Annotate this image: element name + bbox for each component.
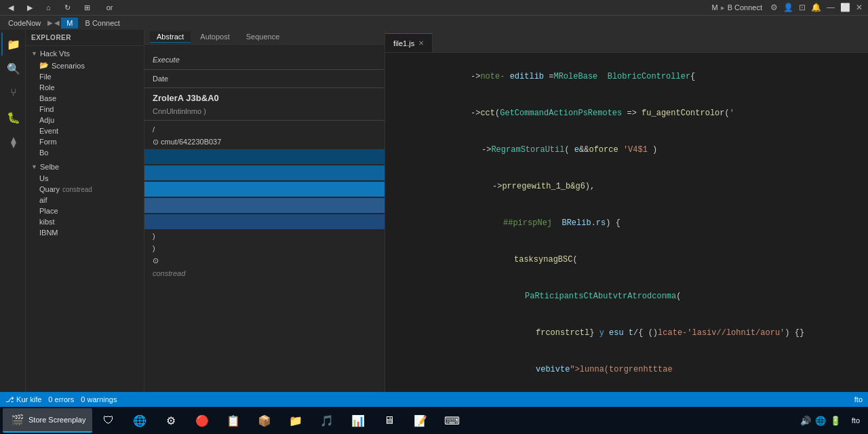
taskbar-btn-store[interactable]: 🎬 Store Screenplay (3, 408, 92, 433)
quary-badge: constread (62, 186, 92, 193)
taskbar-btn-keyboard[interactable]: ⌨ (437, 408, 467, 433)
taskbar-btn-monitor[interactable]: 🖥 (374, 408, 404, 433)
code-line-2: ->cct(GetCommandActionPsRemotes => fu_ag… (385, 95, 868, 132)
popup-footer-icon[interactable]: ⊙ (144, 254, 384, 267)
title-bar-icons: ⚙ 👤 ⊡ 🔔 — ⬜ ✕ (770, 3, 863, 12)
forward-button[interactable]: ▶ (24, 2, 35, 14)
explorer-item-scenarios[interactable]: 📂 Scenarios (26, 60, 144, 71)
blue-bar-4[interactable] (144, 198, 384, 213)
place-label: Place (39, 207, 58, 215)
explorer-item-us[interactable]: Us (26, 173, 144, 184)
breadcrumb-item-2[interactable]: B Connect (728, 3, 762, 12)
explorer-item-adju[interactable]: Adju (26, 115, 144, 125)
hackvts-arrow: ▼ (31, 50, 37, 57)
settings-icon[interactable]: ⚙ (770, 3, 778, 12)
taskbar-btn-folder[interactable]: 📁 (281, 408, 311, 433)
popup-footer-1[interactable]: ) (144, 230, 384, 242)
explorer-item-file[interactable]: File (26, 71, 144, 82)
explorer-item-find[interactable]: Find (26, 104, 144, 115)
popup-footer-2[interactable]: ) (144, 242, 384, 254)
explorer-item-form[interactable]: Form (26, 136, 144, 147)
sidebar-icon-git[interactable]: ⑂ (1, 81, 24, 104)
sidebar-icon-explorer[interactable]: 📁 (1, 33, 24, 56)
notepad-icon: 📝 (412, 412, 429, 429)
explorer-section-selbe-header[interactable]: ▼ Selbe (26, 161, 144, 173)
taskbar-btn-red[interactable]: 🔴 (187, 408, 217, 433)
popup-constread[interactable]: constread (144, 267, 384, 279)
code-text-5: ##pirspNej BRelib.rs) { (422, 205, 620, 241)
find-label: Find (39, 105, 54, 113)
explorer-item-base[interactable]: Base (26, 93, 144, 104)
explorer-item-event[interactable]: Event (26, 125, 144, 136)
menu-bconnect[interactable]: B Connect (79, 18, 125, 28)
popup-constread-label: constread (153, 269, 185, 277)
home-button[interactable]: ⌂ (43, 2, 54, 13)
taskbar-btn-music[interactable]: 🎵 (312, 408, 342, 433)
popup-date[interactable]: Date (144, 73, 384, 85)
sidebar-icon-extensions[interactable]: ⧫ (1, 130, 24, 153)
sidebar-icon-debug[interactable]: 🐛 (1, 106, 24, 129)
popup-item-cnn[interactable]: CnnUlntinlnmo ) (144, 105, 384, 117)
explorer-item-quary[interactable]: Quary constread (26, 184, 144, 195)
blue-bar-5[interactable] (144, 214, 384, 229)
volume-icon[interactable]: 🔊 (800, 416, 811, 426)
shield-icon: 🛡 (100, 412, 117, 429)
maximize-icon[interactable]: ⬜ (840, 3, 850, 12)
tab-sequence[interactable]: Sequence (239, 31, 287, 43)
explorer-item-bo[interactable]: Bo (26, 147, 144, 158)
event-label: Event (39, 127, 58, 135)
role-label: Role (39, 83, 55, 92)
explorer-item-aif[interactable]: aif (26, 195, 144, 205)
editor-tab-file1[interactable]: file1.js ✕ (385, 33, 433, 52)
taskbar-btn-box[interactable]: 📦 (250, 408, 279, 433)
popup-item-slash[interactable]: / (144, 123, 384, 136)
status-warnings: 0 warnings (81, 395, 117, 403)
line-num-8 (391, 315, 411, 351)
popup-item-cmut[interactable]: ⊙ cmut/642230B037 (144, 136, 384, 149)
breadcrumb: M ▸ B Connect (711, 3, 762, 12)
sidebar-icon-search[interactable]: 🔍 (1, 57, 24, 80)
menu-sep-right: ▶ (47, 19, 53, 26)
code-line-6: tasksynagBSC( (385, 241, 868, 278)
editor-tab-close[interactable]: ✕ (418, 39, 424, 47)
explorer-item-kibst[interactable]: kibst (26, 216, 144, 227)
blue-bar-2[interactable] (144, 165, 384, 180)
code-text-9: vebivte">lunna(torgrenhtttae (422, 351, 673, 388)
taskbar-btn-clipboard[interactable]: 📋 (218, 408, 248, 433)
menu-m[interactable]: M (61, 18, 78, 28)
editor-content[interactable]: ->note- editlib =MRoleBase BlobricContro… (385, 53, 868, 392)
taskbar-btn-shield[interactable]: 🛡 (94, 408, 123, 433)
explorer-item-place[interactable]: Place (26, 205, 144, 216)
taskbar-btn-settings[interactable]: ⚙ (156, 408, 186, 433)
battery-icon[interactable]: 🔋 (830, 416, 841, 426)
taskbar-btn-chart[interactable]: 📊 (343, 408, 373, 433)
bell-icon[interactable]: 🔔 (811, 3, 821, 12)
blue-bar-3[interactable] (144, 182, 384, 197)
explorer-section-hackvts-header[interactable]: ▼ Hack Vts (26, 47, 144, 60)
taskbar: 🎬 Store Screenplay 🛡 🌐 ⚙ 🔴 📋 📦 📁 🎵 📊 🖥 📝… (0, 407, 868, 434)
split-button[interactable]: ⊞ (81, 2, 93, 14)
minimize-icon[interactable]: — (827, 3, 835, 12)
refresh-button[interactable]: ↻ (62, 2, 73, 14)
explorer-item-role[interactable]: Role (26, 82, 144, 93)
taskbar-btn-browser[interactable]: 🌐 (125, 408, 155, 433)
layout-icon[interactable]: ⊡ (799, 3, 806, 12)
popup-item-zroler[interactable]: ZrolerA J3b&A0 (144, 91, 384, 105)
close-icon[interactable]: ✕ (856, 3, 863, 12)
back-button[interactable]: ◀ (5, 2, 16, 14)
status-right: fto (854, 395, 863, 403)
status-branch[interactable]: ⎇ Kur kife (5, 395, 41, 404)
menu-codenow[interactable]: CodeNow (3, 18, 46, 28)
status-fto: fto (854, 395, 863, 403)
breadcrumb-item-1[interactable]: M (711, 3, 717, 12)
line-num-1 (391, 58, 411, 95)
account-icon[interactable]: 👤 (783, 3, 793, 12)
tab-autopost[interactable]: Autopost (193, 31, 236, 43)
taskbar-btn-notepad[interactable]: 📝 (406, 408, 435, 433)
sidebar: 📁 🔍 ⑂ 🐛 ⧫ (0, 30, 26, 392)
blue-bar-1[interactable] (144, 149, 384, 164)
tab-abstract[interactable]: Abstract (150, 31, 191, 43)
code-text-1: ->note- editlib =MRoleBase BlobricContro… (422, 58, 695, 95)
network-icon[interactable]: 🌐 (815, 416, 826, 426)
explorer-item-ibnm[interactable]: IBNM (26, 227, 144, 238)
